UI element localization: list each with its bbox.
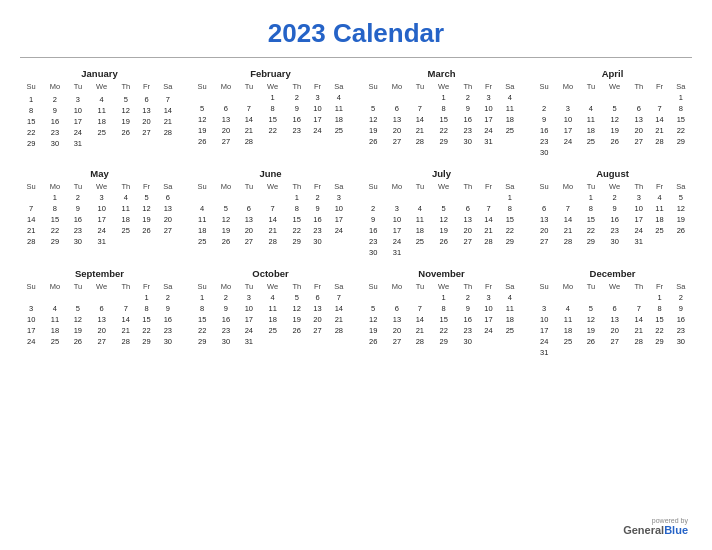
calendar-day: 27 — [533, 236, 555, 247]
calendar-day: 18 — [499, 114, 521, 125]
calendar-day: 27 — [601, 336, 628, 347]
month-december: DecemberSuMoTuWeThFrSa123456789101112131… — [533, 268, 692, 358]
calendar-day: 27 — [384, 136, 409, 147]
calendar-day: 25 — [42, 336, 67, 347]
calendar-day: 5 — [670, 192, 692, 203]
calendar-day: 16 — [457, 314, 478, 325]
month-title: November — [362, 268, 521, 279]
calendar-day — [601, 147, 628, 158]
calendar-day: 12 — [581, 314, 602, 325]
calendar-day: 1 — [670, 92, 692, 103]
calendar-day: 30 — [601, 236, 628, 247]
calendar-day: 27 — [628, 136, 649, 147]
day-header: Fr — [649, 181, 669, 192]
day-header: Su — [20, 181, 42, 192]
calendar-day: 24 — [328, 225, 350, 236]
calendar-day: 28 — [410, 136, 431, 147]
month-title: December — [533, 268, 692, 279]
calendar-day — [328, 136, 350, 147]
calendar-day: 23 — [457, 125, 478, 136]
calendar-day — [581, 247, 602, 249]
calendar-day: 2 — [457, 292, 478, 303]
day-header: Tu — [581, 281, 602, 292]
calendar-day: 2 — [533, 103, 555, 114]
calendar-day: 3 — [384, 203, 409, 214]
day-header: Tu — [581, 181, 602, 192]
calendar-day: 9 — [601, 203, 628, 214]
calendar-day: 20 — [457, 225, 478, 236]
calendar-day — [670, 147, 692, 158]
calendar-day: 19 — [213, 225, 238, 236]
day-header: Th — [115, 281, 136, 292]
calendar-day — [384, 347, 409, 349]
brand-blue: Blue — [664, 524, 688, 536]
calendar-day: 7 — [157, 94, 179, 105]
calendar-day: 15 — [191, 314, 213, 325]
calendar-day: 25 — [555, 336, 580, 347]
calendar-day — [555, 292, 580, 303]
day-header: Th — [115, 81, 136, 92]
calendar-day: 15 — [499, 214, 521, 225]
calendar-day: 8 — [430, 303, 457, 314]
day-header: Mo — [555, 281, 580, 292]
day-header: Sa — [670, 181, 692, 192]
calendar-day: 2 — [42, 94, 67, 105]
brand-general: General — [623, 524, 664, 536]
day-header: Su — [533, 181, 555, 192]
calendar-day: 7 — [115, 303, 136, 314]
calendar-day — [191, 247, 213, 249]
day-header: Th — [628, 281, 649, 292]
calendar-day — [157, 236, 179, 247]
calendar-day: 28 — [328, 325, 350, 336]
calendar-day — [649, 347, 669, 358]
calendar-day: 16 — [68, 214, 89, 225]
day-header: Sa — [670, 281, 692, 292]
day-header: Fr — [307, 81, 327, 92]
calendar-day: 16 — [670, 314, 692, 325]
calendar-day — [328, 336, 350, 347]
day-header: We — [601, 281, 628, 292]
calendar-day: 13 — [384, 114, 409, 125]
calendar-day — [601, 92, 628, 103]
day-header: We — [259, 181, 286, 192]
calendar-day: 29 — [670, 136, 692, 147]
calendar-day — [670, 247, 692, 249]
calendar-day — [410, 92, 431, 103]
calendar-day: 24 — [20, 336, 42, 347]
calendar-day: 19 — [68, 325, 89, 336]
day-header: Fr — [136, 181, 156, 192]
calendar-day: 4 — [328, 92, 350, 103]
footer: powered by GeneralBlue — [20, 517, 692, 540]
calendar-day: 5 — [213, 203, 238, 214]
calendar-day: 23 — [68, 225, 89, 236]
calendar-day: 13 — [88, 314, 115, 325]
calendar-day: 31 — [628, 236, 649, 247]
calendar-day: 31 — [478, 136, 498, 147]
calendar-day: 18 — [328, 114, 350, 125]
calendar-day: 24 — [478, 125, 498, 136]
calendar-day: 6 — [88, 303, 115, 314]
calendar-day: 19 — [136, 214, 156, 225]
calendar-day: 2 — [213, 292, 238, 303]
calendar-day: 6 — [307, 292, 327, 303]
calendar-day: 12 — [601, 114, 628, 125]
calendar-day: 16 — [362, 225, 384, 236]
calendar-day: 20 — [384, 325, 409, 336]
calendar-day — [499, 247, 521, 258]
calendar-day: 13 — [157, 203, 179, 214]
day-header: Fr — [649, 281, 669, 292]
calendar-day — [628, 92, 649, 103]
calendar-day: 26 — [213, 236, 238, 247]
calendar-day — [649, 147, 669, 158]
calendar-day — [581, 347, 602, 358]
calendar-day: 15 — [259, 114, 286, 125]
calendar-day — [601, 347, 628, 358]
calendar-day: 24 — [239, 325, 260, 336]
month-october: OctoberSuMoTuWeThFrSa1234567891011121314… — [191, 268, 350, 358]
calendar-day: 19 — [670, 214, 692, 225]
day-header: Fr — [307, 281, 327, 292]
calendar-day — [670, 347, 692, 358]
calendar-day: 6 — [213, 103, 238, 114]
calendar-day: 29 — [191, 336, 213, 347]
calendar-day — [286, 147, 307, 149]
